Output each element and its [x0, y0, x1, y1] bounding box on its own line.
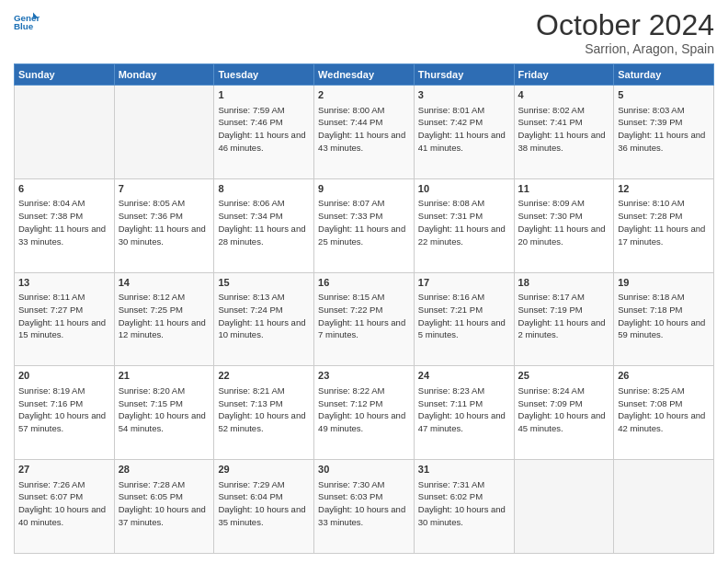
day-number: 26 — [618, 369, 710, 383]
calendar-week-row-4: 20Sunrise: 8:19 AM Sunset: 7:16 PM Dayli… — [15, 366, 714, 460]
day-number: 19 — [618, 276, 710, 290]
day-number: 8 — [218, 182, 310, 196]
col-friday: Friday — [514, 64, 614, 86]
day-info: Sunrise: 8:06 AM Sunset: 7:34 PM Dayligh… — [218, 197, 310, 247]
day-info: Sunrise: 8:01 AM Sunset: 7:42 PM Dayligh… — [418, 104, 510, 155]
day-info: Sunrise: 8:18 AM Sunset: 7:18 PM Dayligh… — [618, 291, 710, 341]
calendar-week-row-1: 1Sunrise: 7:59 AM Sunset: 7:46 PM Daylig… — [15, 86, 714, 179]
calendar-cell: 2Sunrise: 8:00 AM Sunset: 7:44 PM Daylig… — [314, 86, 415, 179]
col-tuesday: Tuesday — [214, 64, 314, 86]
day-number: 17 — [418, 276, 510, 290]
calendar-header-row: Sunday Monday Tuesday Wednesday Thursday… — [15, 64, 714, 86]
day-info: Sunrise: 8:04 AM Sunset: 7:38 PM Dayligh… — [18, 197, 110, 247]
calendar-cell: 21Sunrise: 8:20 AM Sunset: 7:15 PM Dayli… — [114, 366, 214, 460]
day-number: 1 — [218, 88, 310, 102]
calendar-cell — [15, 86, 115, 179]
calendar-cell — [514, 460, 614, 554]
day-number: 11 — [518, 182, 610, 196]
day-number: 3 — [418, 88, 510, 102]
day-number: 15 — [218, 276, 310, 290]
day-number: 29 — [218, 463, 310, 477]
day-number: 6 — [18, 182, 110, 196]
month-title: October 2024 — [536, 9, 714, 41]
day-info: Sunrise: 8:12 AM Sunset: 7:25 PM Dayligh… — [119, 291, 210, 341]
svg-text:Blue: Blue — [14, 21, 34, 31]
day-info: Sunrise: 8:05 AM Sunset: 7:36 PM Dayligh… — [119, 197, 210, 247]
calendar-cell: 9Sunrise: 8:07 AM Sunset: 7:33 PM Daylig… — [314, 178, 415, 272]
day-info: Sunrise: 8:25 AM Sunset: 7:08 PM Dayligh… — [618, 385, 710, 435]
day-number: 23 — [318, 369, 410, 383]
day-number: 28 — [119, 463, 210, 477]
calendar-cell: 23Sunrise: 8:22 AM Sunset: 7:12 PM Dayli… — [314, 366, 415, 460]
page: General Blue October 2024 Sarrion, Arago… — [0, 0, 728, 563]
calendar-week-row-2: 6Sunrise: 8:04 AM Sunset: 7:38 PM Daylig… — [15, 178, 714, 272]
calendar-cell: 5Sunrise: 8:03 AM Sunset: 7:39 PM Daylig… — [614, 86, 714, 179]
calendar-cell: 12Sunrise: 8:10 AM Sunset: 7:28 PM Dayli… — [614, 178, 714, 272]
day-info: Sunrise: 8:21 AM Sunset: 7:13 PM Dayligh… — [218, 385, 310, 435]
day-info: Sunrise: 8:24 AM Sunset: 7:09 PM Dayligh… — [518, 385, 610, 435]
calendar-cell: 3Sunrise: 8:01 AM Sunset: 7:42 PM Daylig… — [414, 86, 514, 179]
day-number: 30 — [318, 463, 410, 477]
day-info: Sunrise: 8:15 AM Sunset: 7:22 PM Dayligh… — [318, 291, 410, 341]
day-info: Sunrise: 7:30 AM Sunset: 6:03 PM Dayligh… — [318, 478, 410, 529]
day-number: 2 — [318, 88, 410, 102]
calendar-table: Sunday Monday Tuesday Wednesday Thursday… — [14, 63, 714, 554]
day-number: 12 — [618, 182, 710, 196]
col-wednesday: Wednesday — [314, 64, 415, 86]
day-number: 25 — [518, 369, 610, 383]
calendar-cell: 26Sunrise: 8:25 AM Sunset: 7:08 PM Dayli… — [614, 366, 714, 460]
day-number: 27 — [18, 463, 110, 477]
calendar-cell: 24Sunrise: 8:23 AM Sunset: 7:11 PM Dayli… — [414, 366, 514, 460]
calendar-cell: 18Sunrise: 8:17 AM Sunset: 7:19 PM Dayli… — [514, 272, 614, 366]
calendar-cell: 20Sunrise: 8:19 AM Sunset: 7:16 PM Dayli… — [15, 366, 115, 460]
day-number: 24 — [418, 369, 510, 383]
calendar-cell: 16Sunrise: 8:15 AM Sunset: 7:22 PM Dayli… — [314, 272, 415, 366]
day-info: Sunrise: 7:31 AM Sunset: 6:02 PM Dayligh… — [418, 478, 510, 529]
calendar-cell: 22Sunrise: 8:21 AM Sunset: 7:13 PM Dayli… — [214, 366, 314, 460]
day-info: Sunrise: 8:11 AM Sunset: 7:27 PM Dayligh… — [18, 291, 110, 341]
col-monday: Monday — [114, 64, 214, 86]
calendar-cell: 7Sunrise: 8:05 AM Sunset: 7:36 PM Daylig… — [114, 178, 214, 272]
day-number: 5 — [618, 88, 710, 102]
day-info: Sunrise: 8:07 AM Sunset: 7:33 PM Dayligh… — [318, 197, 410, 247]
day-number: 7 — [119, 182, 210, 196]
calendar-cell: 31Sunrise: 7:31 AM Sunset: 6:02 PM Dayli… — [414, 460, 514, 554]
calendar-cell — [614, 460, 714, 554]
logo-icon: General Blue — [14, 9, 40, 35]
calendar-week-row-3: 13Sunrise: 8:11 AM Sunset: 7:27 PM Dayli… — [15, 272, 714, 366]
day-info: Sunrise: 8:23 AM Sunset: 7:11 PM Dayligh… — [418, 385, 510, 435]
day-info: Sunrise: 7:29 AM Sunset: 6:04 PM Dayligh… — [218, 478, 310, 529]
calendar-cell: 19Sunrise: 8:18 AM Sunset: 7:18 PM Dayli… — [614, 272, 714, 366]
day-number: 31 — [418, 463, 510, 477]
calendar-cell: 10Sunrise: 8:08 AM Sunset: 7:31 PM Dayli… — [414, 178, 514, 272]
day-info: Sunrise: 8:10 AM Sunset: 7:28 PM Dayligh… — [618, 197, 710, 247]
day-number: 10 — [418, 182, 510, 196]
day-number: 22 — [218, 369, 310, 383]
calendar-cell: 14Sunrise: 8:12 AM Sunset: 7:25 PM Dayli… — [114, 272, 214, 366]
calendar-cell: 6Sunrise: 8:04 AM Sunset: 7:38 PM Daylig… — [15, 178, 115, 272]
title-block: October 2024 Sarrion, Aragon, Spain — [536, 9, 714, 56]
day-info: Sunrise: 8:08 AM Sunset: 7:31 PM Dayligh… — [418, 197, 510, 247]
day-number: 14 — [119, 276, 210, 290]
calendar-cell: 1Sunrise: 7:59 AM Sunset: 7:46 PM Daylig… — [214, 86, 314, 179]
day-info: Sunrise: 8:00 AM Sunset: 7:44 PM Dayligh… — [318, 104, 410, 155]
day-info: Sunrise: 8:09 AM Sunset: 7:30 PM Dayligh… — [518, 197, 610, 247]
calendar-cell: 11Sunrise: 8:09 AM Sunset: 7:30 PM Dayli… — [514, 178, 614, 272]
location-subtitle: Sarrion, Aragon, Spain — [536, 41, 714, 56]
header: General Blue October 2024 Sarrion, Arago… — [14, 9, 714, 56]
calendar-cell: 17Sunrise: 8:16 AM Sunset: 7:21 PM Dayli… — [414, 272, 514, 366]
day-number: 4 — [518, 88, 610, 102]
day-info: Sunrise: 7:28 AM Sunset: 6:05 PM Dayligh… — [119, 478, 210, 529]
day-number: 16 — [318, 276, 410, 290]
day-number: 21 — [119, 369, 210, 383]
calendar-cell: 25Sunrise: 8:24 AM Sunset: 7:09 PM Dayli… — [514, 366, 614, 460]
day-number: 9 — [318, 182, 410, 196]
calendar-week-row-5: 27Sunrise: 7:26 AM Sunset: 6:07 PM Dayli… — [15, 460, 714, 554]
day-info: Sunrise: 8:22 AM Sunset: 7:12 PM Dayligh… — [318, 385, 410, 435]
day-info: Sunrise: 8:19 AM Sunset: 7:16 PM Dayligh… — [18, 385, 110, 435]
calendar-cell: 27Sunrise: 7:26 AM Sunset: 6:07 PM Dayli… — [15, 460, 115, 554]
calendar-cell: 28Sunrise: 7:28 AM Sunset: 6:05 PM Dayli… — [114, 460, 214, 554]
col-sunday: Sunday — [15, 64, 115, 86]
calendar-cell: 8Sunrise: 8:06 AM Sunset: 7:34 PM Daylig… — [214, 178, 314, 272]
calendar-cell: 4Sunrise: 8:02 AM Sunset: 7:41 PM Daylig… — [514, 86, 614, 179]
